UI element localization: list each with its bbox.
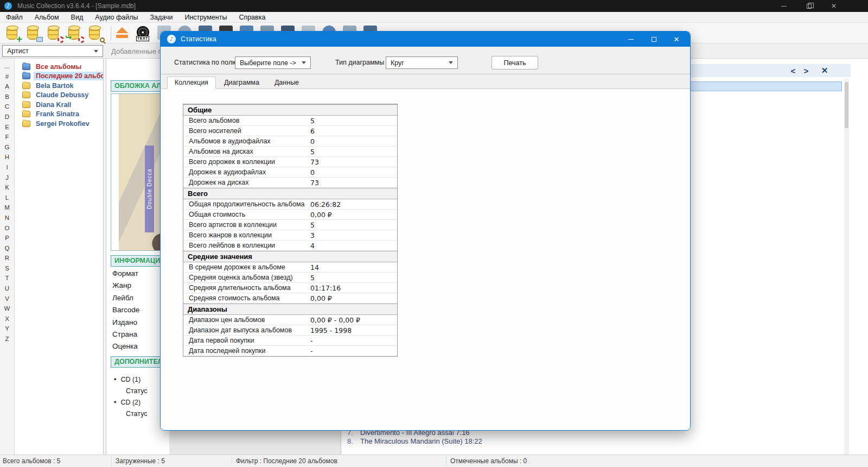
print-button[interactable]: Печать	[492, 56, 538, 70]
alphabet-letter[interactable]: X	[0, 314, 14, 324]
dialog-minimize-button[interactable]	[620, 31, 642, 47]
menu-item[interactable]: Файл	[0, 12, 29, 23]
table-row[interactable]: Всего лейблов в коллекции 4	[183, 241, 397, 251]
prev-album-button[interactable]: <	[787, 66, 800, 75]
media-item[interactable]: •CD (1)	[114, 376, 141, 383]
table-row[interactable]: Общая стоимость 0,00 ₽	[183, 210, 397, 220]
table-row[interactable]: В среднем дорожек в альбоме 14	[183, 262, 397, 273]
tree-item[interactable]: Sergei Prokofiev	[15, 119, 103, 129]
eject-icon	[116, 35, 128, 38]
alphabet-letter[interactable]: E	[0, 122, 14, 132]
search-database-button[interactable]	[88, 25, 103, 41]
alphabet-letter[interactable]: K	[0, 182, 14, 193]
alphabet-letter[interactable]: N	[0, 213, 14, 223]
tree-item[interactable]: Diana Krall	[15, 100, 103, 110]
menu-item[interactable]: Задачи	[144, 12, 178, 23]
table-section-rows: В среднем дорожек в альбоме 14 Средняя о…	[183, 262, 397, 304]
status-separator	[111, 457, 112, 466]
table-row[interactable]: Альбомов на дисках 5	[183, 147, 397, 157]
close-button[interactable]: ✕	[821, 0, 846, 12]
alphabet-letter[interactable]: J	[0, 173, 14, 183]
table-row[interactable]: Всего дорожек в коллекции 73	[183, 157, 397, 167]
table-row[interactable]: Дорожек на дисках 73	[183, 178, 397, 188]
close-panel-button[interactable]: ✕	[818, 66, 831, 75]
table-row[interactable]: Общая продолжительность альбома 06:26:82	[183, 199, 397, 210]
table-row[interactable]: Средняя стоимость альбома 0,00 ₽	[183, 293, 397, 304]
alphabet-letter[interactable]: B	[0, 92, 14, 102]
menu-item[interactable]: Альбом	[29, 12, 65, 23]
table-row[interactable]: Дата первой покупки -	[183, 336, 397, 346]
media-item[interactable]: •CD (2)	[114, 399, 141, 406]
table-row[interactable]: Всего носителей 6	[183, 126, 397, 136]
dialog-tab[interactable]: Данные	[267, 77, 306, 89]
open-database-button[interactable]	[26, 25, 41, 41]
alphabet-letter[interactable]: L	[0, 193, 14, 203]
dialog-tab[interactable]: Диаграмма	[217, 77, 266, 89]
tree-item[interactable]: Последние 20 альбо...	[15, 72, 103, 81]
vertical-scrollbar[interactable]	[844, 79, 849, 455]
alphabet-letter[interactable]: W	[0, 304, 14, 314]
alphabet-letter[interactable]: H	[0, 152, 14, 162]
track-row[interactable]: 8.The Miraculous Mandarin (Suite) 18:22	[347, 437, 482, 445]
alphabet-letter[interactable]: D	[0, 112, 14, 122]
alphabet-letter[interactable]: I	[0, 162, 14, 173]
tree-item[interactable]: Claude Debussy	[15, 91, 103, 100]
alphabet-letter[interactable]: T	[0, 273, 14, 283]
table-row[interactable]: Диапазон цен альбомов 0,00 ₽ - 0,00 ₽	[183, 315, 397, 325]
table-row[interactable]: Альбомов в аудиофайлах 0	[183, 136, 397, 147]
folder-icon	[22, 83, 30, 89]
menu-item[interactable]: Аудио файлы	[89, 12, 144, 23]
table-section-header: Средние значения	[183, 251, 397, 262]
table-row[interactable]: Всего артистов в коллекции 5	[183, 220, 397, 230]
table-row[interactable]: Всего жанров в коллекции 3	[183, 230, 397, 241]
tree-item-label: Все альбомы	[34, 62, 84, 71]
alphabet-letter[interactable]: #	[0, 72, 14, 82]
alphabet-letter[interactable]: ...	[0, 61, 14, 72]
alphabet-letter[interactable]: G	[0, 142, 14, 153]
alphabet-letter[interactable]: M	[0, 203, 14, 213]
table-row[interactable]: Дорожек в аудиофайлах 0	[183, 167, 397, 178]
field-combo[interactable]: Выберите поле ->	[235, 56, 311, 69]
chart-type-combo[interactable]: Круг	[386, 56, 458, 69]
repair-database-button[interactable]	[47, 25, 62, 41]
dialog-maximize-button[interactable]	[642, 31, 665, 47]
alphabet-letter[interactable]: U	[0, 283, 14, 294]
minimize-button[interactable]	[771, 0, 796, 12]
alphabet-letter[interactable]: A	[0, 81, 14, 92]
eject-button[interactable]	[115, 25, 130, 41]
alphabet-letter[interactable]: F	[0, 132, 14, 142]
dialog-tab[interactable]: Коллекция	[167, 77, 216, 89]
restore-button[interactable]	[796, 0, 821, 12]
menu-item[interactable]: Справка	[233, 12, 271, 23]
alphabet-letter[interactable]: Y	[0, 324, 14, 334]
table-row[interactable]: Диапазон дат выпуска альбомов 1995 - 199…	[183, 325, 397, 336]
restore-icon	[807, 4, 812, 9]
dialog-titlebar[interactable]: ♪ Статистика ✕	[161, 31, 690, 47]
table-row[interactable]: Дата последней покупки -	[183, 346, 397, 356]
table-row[interactable]: Всего альбомов 5	[183, 116, 397, 126]
tree-item[interactable]: Bela Bartok	[15, 81, 103, 91]
alphabet-letter[interactable]: R	[0, 253, 14, 263]
next-album-button[interactable]: >	[800, 66, 813, 75]
cd-text-button[interactable]: TEXT	[136, 25, 151, 41]
table-row[interactable]: Средняя оценка альбома (звезд) 5	[183, 273, 397, 283]
scrollbar-thumb[interactable]	[845, 82, 848, 128]
alphabet-letter[interactable]: O	[0, 223, 14, 234]
alphabet-letter[interactable]: V	[0, 294, 14, 304]
alphabet-letter[interactable]: Z	[0, 334, 14, 344]
table-row[interactable]: Средняя длительность альбома 01:17:16	[183, 283, 397, 293]
new-database-button[interactable]: +	[5, 25, 21, 41]
menu-item[interactable]: Вид	[65, 12, 90, 23]
alphabet-letter[interactable]: Q	[0, 243, 14, 254]
tree-item[interactable]: Frank Sinatra	[15, 110, 103, 119]
group-by-combo[interactable]: Артист	[2, 45, 103, 57]
dialog-close-button[interactable]: ✕	[665, 31, 688, 47]
restore-database-button[interactable]: ↪	[67, 25, 82, 41]
stat-value: 4	[310, 242, 315, 250]
dialog-title: Статистика	[181, 35, 216, 43]
tree-item[interactable]: Все альбомы	[15, 62, 103, 72]
alphabet-letter[interactable]: C	[0, 102, 14, 112]
alphabet-letter[interactable]: S	[0, 263, 14, 274]
alphabet-letter[interactable]: P	[0, 233, 14, 243]
menu-item[interactable]: Инструменты	[178, 12, 233, 23]
